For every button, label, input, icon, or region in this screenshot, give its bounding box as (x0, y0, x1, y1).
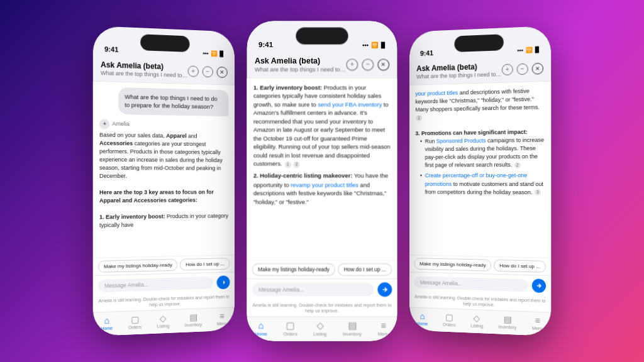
wifi-icon-2: 🛜 (371, 41, 378, 48)
nav-inventory-1[interactable]: ▤ Inventory (184, 312, 202, 327)
home-label-1: Home (101, 326, 113, 331)
chip-3-1[interactable]: Make my listings holiday-ready (414, 258, 492, 272)
fba-link[interactable]: send your FBA inventory (318, 101, 382, 107)
add-button-3[interactable]: + (502, 63, 513, 75)
nav-home-1[interactable]: ⌂ Home (101, 315, 113, 331)
chip-3-2[interactable]: How do I set up ... (494, 260, 546, 273)
response-1: Based on your sales data, Apparel and Ac… (99, 131, 229, 229)
bottom-nav-2[interactable]: ⌂ Home ▢ Orders ◇ Listing ▤ Inventory ≡ (247, 316, 397, 341)
user-message-1: What are the top things I need to do to … (118, 87, 228, 116)
dynamic-island-2 (296, 28, 348, 45)
sponsored-products-link[interactable]: Sponsored Products (436, 138, 486, 145)
message-input-3[interactable]: Message Amelia... (414, 276, 528, 292)
item-2-1: 1. Early inventory boost: Products in yo… (253, 84, 391, 169)
signal-icon-2: ▪▪▪ (362, 41, 369, 48)
battery-icon-2: ▉ (381, 41, 386, 48)
nav-menu-2[interactable]: ≡ Menu (378, 321, 389, 336)
nav-listing-1[interactable]: ◇ Listing (157, 313, 170, 328)
response-3: your product titles and descriptions wit… (415, 87, 545, 197)
amelia-avatar-1: ✦ (99, 119, 109, 129)
orders-icon-1: ▢ (131, 314, 139, 324)
chips-2[interactable]: Make my listings holiday-ready How do I … (247, 260, 397, 278)
nav-home-2[interactable]: ⌂ Home (255, 321, 267, 336)
add-button-2[interactable]: + (346, 58, 358, 70)
header-actions-2[interactable]: + − ✕ (346, 58, 389, 70)
promotions-link[interactable]: Create percentage-off or buy-one-get-one… (425, 172, 528, 187)
nav-listing-3[interactable]: ◇ Listing (470, 313, 483, 328)
nav-orders-3[interactable]: ▢ Orders (443, 312, 456, 327)
send-button-2[interactable] (377, 282, 392, 297)
time-3: 9:41 (420, 49, 433, 57)
chip-2-2[interactable]: How do I set up ... (338, 263, 392, 276)
orders-icon-3: ▢ (445, 312, 453, 322)
orders-label-3: Orders (443, 322, 456, 327)
chat-area-1: What are the top things I need to do to … (93, 82, 235, 258)
home-label-2: Home (255, 331, 267, 336)
close-button-3[interactable]: ✕ (532, 62, 543, 74)
nav-menu-1[interactable]: ≡ Menu (217, 311, 228, 326)
chip-2-1[interactable]: Make my listings holiday-ready (252, 263, 335, 276)
battery-icon: ▉ (219, 51, 224, 57)
nav-menu-3[interactable]: ≡ Menu (532, 315, 543, 331)
product-titles-link[interactable]: your product titles (415, 90, 458, 97)
bottom-nav-1[interactable]: ⌂ Home ▢ Orders ◇ Listing ▤ Inventory ≡ (93, 307, 235, 336)
bullet-3-1: Run Sponsored Products campaigns to incr… (420, 136, 545, 170)
menu-icon-3: ≡ (535, 315, 540, 326)
time-1: 9:41 (104, 45, 118, 53)
header-actions-1[interactable]: + − ✕ (188, 65, 228, 78)
chat-header-3: Ask Amelia (beta) What are the top thing… (409, 56, 551, 85)
response-2: 1. Early inventory boost: Products in yo… (253, 84, 391, 206)
phone-1: 9:41 ▪▪▪ 🛜 ▉ Ask Amelia (beta) What are … (93, 26, 235, 336)
ref-3-3: 3 (535, 189, 541, 195)
nav-inventory-2[interactable]: ▤ Inventory (343, 321, 362, 336)
chip-1-1[interactable]: Make my listings holiday-ready (98, 259, 178, 273)
menu-label-3: Menu (532, 326, 543, 331)
status-icons-3: ▪▪▪ 🛜 ▉ (517, 47, 540, 53)
message-input-1[interactable]: Message Amelia... (98, 277, 213, 292)
add-button-1[interactable]: + (188, 65, 199, 77)
signal-icon: ▪▪▪ (203, 50, 208, 57)
send-button-3[interactable] (532, 278, 546, 293)
menu-icon-2: ≡ (380, 321, 386, 331)
nav-orders-1[interactable]: ▢ Orders (128, 314, 142, 330)
signal-icon-3: ▪▪▪ (517, 47, 523, 53)
time-2: 9:41 (258, 40, 273, 48)
inventory-label-3: Inventory (499, 324, 517, 329)
inventory-label-2: Inventory (343, 331, 362, 336)
item-3-3: 3. Promotions can have significant impac… (415, 128, 545, 197)
listing-icon-3: ◇ (474, 313, 480, 323)
minus-button-2[interactable]: − (362, 58, 374, 70)
message-input-area-2[interactable]: Message Amelia... (247, 278, 397, 300)
close-button-1[interactable]: ✕ (217, 66, 228, 77)
nav-listing-2[interactable]: ◇ Listing (313, 321, 326, 336)
menu-icon-1: ≡ (219, 311, 225, 321)
header-actions-3[interactable]: + − ✕ (502, 62, 543, 75)
bottom-nav-3[interactable]: ⌂ Home ▢ Orders ◇ Listing ▤ Inventory ≡ (409, 307, 551, 336)
listing-label-3: Listing (470, 324, 483, 329)
ref-3-1: 1 (416, 115, 421, 121)
chip-1-2[interactable]: How do I set up ... (180, 258, 230, 270)
send-button-1[interactable] (217, 275, 230, 289)
phones-container: 9:41 ▪▪▪ 🛜 ▉ Ask Amelia (beta) What are … (81, 14, 563, 348)
dynamic-island-1 (140, 34, 189, 52)
inventory-label-1: Inventory (184, 322, 202, 327)
nav-home-3[interactable]: ⌂ Home (417, 311, 428, 326)
message-input-2[interactable]: Message Amelia... (252, 283, 374, 296)
nav-orders-2[interactable]: ▢ Orders (283, 321, 297, 336)
inventory-icon-2: ▤ (348, 321, 357, 331)
close-button-2[interactable]: ✕ (377, 58, 389, 70)
menu-label-1: Menu (217, 321, 228, 326)
inventory-icon-3: ▤ (503, 314, 511, 324)
minus-button-1[interactable]: − (203, 66, 213, 77)
menu-label-2: Menu (378, 331, 389, 336)
nav-inventory-3[interactable]: ▤ Inventory (499, 314, 517, 330)
home-icon-3: ⌂ (419, 311, 425, 321)
listing-label-1: Listing (157, 324, 170, 329)
home-icon-1: ⌂ (104, 315, 110, 326)
wifi-icon-3: 🛜 (526, 47, 533, 53)
minus-button-3[interactable]: − (517, 63, 528, 75)
bullet-3-2: Create percentage-off or buy-one-get-one… (420, 172, 545, 196)
revamp-link[interactable]: revamp your product titles (291, 182, 358, 188)
phone-2: 9:41 ▪▪▪ 🛜 ▉ Ask Amelia (beta) What are … (247, 21, 397, 341)
listing-icon-2: ◇ (316, 321, 323, 331)
